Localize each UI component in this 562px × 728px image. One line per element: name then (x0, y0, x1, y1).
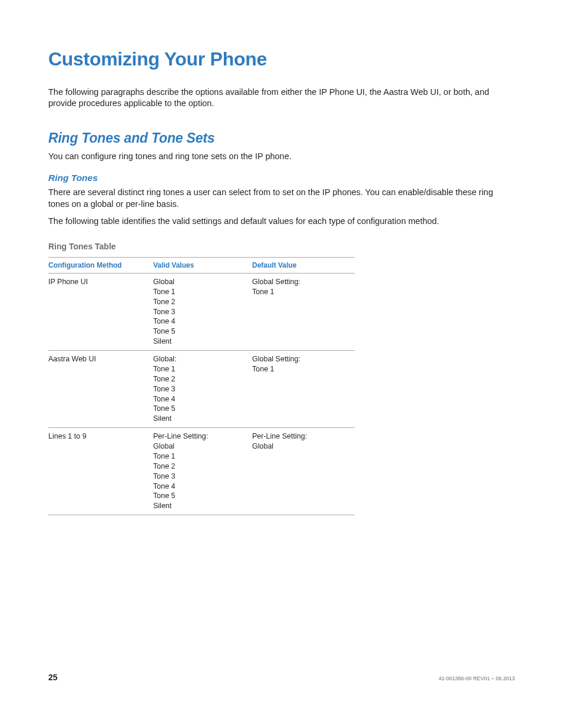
cell-valid: Per-Line Setting:GlobalTone 1Tone 2Tone … (153, 428, 252, 515)
table-caption: Ring Tones Table (48, 242, 515, 251)
cell-default: Per-Line Setting:Global (252, 428, 355, 515)
table-header-valid-values: Valid Values (153, 257, 252, 273)
cell-method: Lines 1 to 9 (48, 428, 153, 515)
subsection-para1: There are several distinct ring tones a … (48, 187, 515, 210)
intro-paragraph: The following paragraphs describe the op… (48, 87, 515, 109)
table-header-default-value: Default Value (252, 257, 355, 273)
cell-default: Global Setting:Tone 1 (252, 273, 355, 350)
table-row: IP Phone UI GlobalTone 1Tone 2Tone 3Tone… (48, 273, 355, 350)
cell-valid: GlobalTone 1Tone 2Tone 3Tone 4Tone 5Sile… (153, 273, 252, 350)
page-footer: 25 41-001386-00 REV01 – 06.2013 (48, 673, 515, 682)
cell-method: Aastra Web UI (48, 351, 153, 428)
table-header-config-method: Configuration Method (48, 257, 153, 273)
cell-default: Global Setting:Tone 1 (252, 351, 355, 428)
document-id: 41-001386-00 REV01 – 06.2013 (438, 676, 515, 681)
subsection-heading: Ring Tones (48, 173, 515, 183)
subsection-para2: The following table identifies the valid… (48, 216, 515, 228)
ring-tones-table: Configuration Method Valid Values Defaul… (48, 257, 355, 515)
section-heading: Ring Tones and Tone Sets (48, 130, 515, 146)
cell-valid: Global:Tone 1Tone 2Tone 3Tone 4Tone 5Sil… (153, 351, 252, 428)
section-text: You can configure ring tones and ring to… (48, 151, 515, 163)
table-row: Aastra Web UI Global:Tone 1Tone 2Tone 3T… (48, 351, 355, 428)
page-title: Customizing Your Phone (48, 48, 515, 70)
table-row: Lines 1 to 9 Per-Line Setting:GlobalTone… (48, 428, 355, 515)
page-number: 25 (48, 673, 58, 682)
cell-method: IP Phone UI (48, 273, 153, 350)
